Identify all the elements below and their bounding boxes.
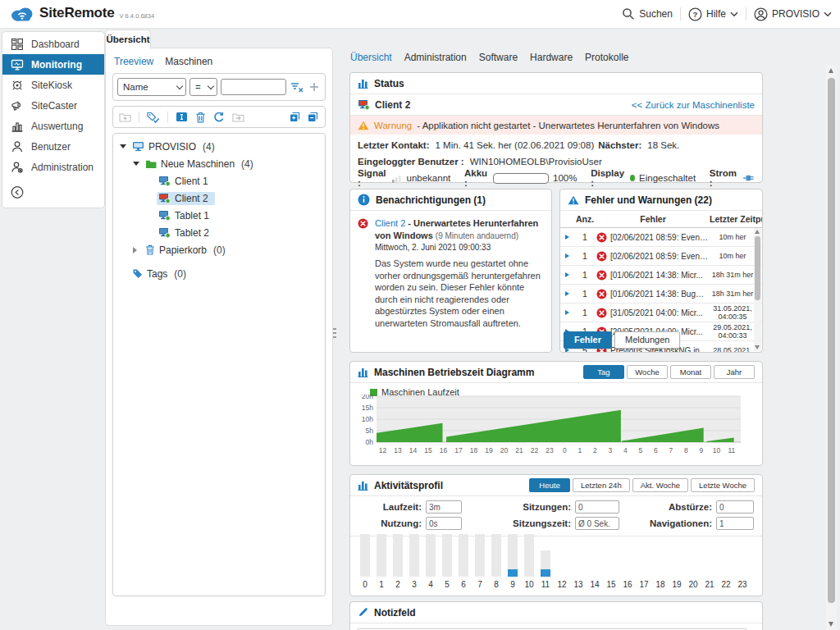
error-row[interactable]: 1[02/06/2021 08:59: Event...10m her — [560, 228, 762, 247]
tree-node-label: Neue Maschinen — [161, 158, 235, 170]
tree-node-papierkorb[interactable]: Papierkorb(0) — [113, 241, 325, 258]
activity-field-input[interactable] — [716, 500, 754, 514]
svg-text:21: 21 — [515, 446, 523, 454]
expand-row-icon[interactable] — [565, 235, 569, 240]
error-row[interactable]: 1[01/06/2021 14:38: Micr...18h 31m her — [560, 266, 762, 285]
scroll-down-icon[interactable] — [755, 345, 760, 349]
tree-view-treeview[interactable]: Treeview — [114, 56, 153, 67]
uptime-range-jahr[interactable]: Jahr — [714, 365, 755, 379]
expand-row-icon[interactable] — [565, 253, 569, 258]
filter-operator-select[interactable]: = — [189, 78, 217, 96]
main-scrollbar[interactable] — [826, 65, 837, 630]
error-row[interactable]: 1[31/05/2021 04:00: Micr...31.05.2021, 0… — [560, 304, 762, 322]
clear-filter-icon[interactable] — [290, 82, 304, 93]
help-menu[interactable]: ? Hilfe — [688, 7, 738, 21]
sidebar-item-benutzer[interactable]: Benutzer — [2, 136, 104, 157]
notification-machine-link[interactable]: Client 2 — [375, 218, 405, 228]
fehler-filter-button[interactable]: Fehler — [564, 331, 612, 349]
tree-view-maschinen[interactable]: Maschinen — [165, 56, 212, 67]
activity-range-letzte-woche[interactable]: Letzte Woche — [691, 478, 755, 492]
expand-row-icon[interactable] — [565, 272, 569, 277]
search-button[interactable]: Suchen — [622, 7, 673, 21]
sidebar-collapse-button[interactable] — [2, 182, 104, 203]
sidebar-item-administration[interactable]: Administration — [2, 157, 104, 177]
splitter-handle[interactable] — [333, 328, 336, 338]
activity-bar-slot: 7 — [472, 534, 488, 589]
sidebar-item-monitoring[interactable]: Monitoring — [2, 54, 104, 75]
expand-all-icon[interactable] — [289, 111, 301, 123]
activity-field-input[interactable] — [575, 500, 619, 514]
tab-hardware[interactable]: Hardware — [530, 52, 573, 63]
machine-error-icon — [158, 193, 171, 203]
scroll-down-icon[interactable] — [829, 622, 833, 627]
tree-node-tablet-2[interactable]: Tablet 2 — [113, 224, 325, 241]
tab-software[interactable]: Software — [479, 52, 518, 63]
tree-node-tags[interactable]: Tags(0) — [113, 265, 325, 282]
activity-field-input[interactable] — [426, 517, 462, 530]
sidebar-item-auswertung[interactable]: Auswertung — [2, 116, 104, 136]
tab-protokolle[interactable]: Protokolle — [585, 52, 628, 63]
activity-range-akt-woche[interactable]: Akt. Woche — [632, 478, 688, 492]
svg-text:16: 16 — [440, 446, 448, 454]
expand-row-icon[interactable] — [565, 291, 569, 296]
scrollbar-thumb[interactable] — [828, 78, 835, 603]
activity-bar — [672, 534, 682, 577]
error-row[interactable]: 1[02/06/2021 08:59: Event...10m her — [560, 247, 762, 266]
activity-range-letzten-24h[interactable]: Letzten 24h — [573, 478, 630, 492]
tab-ubersicht[interactable]: Übersicht — [350, 52, 392, 63]
battery-value: 100% — [553, 173, 577, 183]
tree-node-neue-maschinen[interactable]: Neue Maschinen(4) — [113, 155, 325, 172]
filter-input[interactable] — [221, 79, 286, 95]
uptime-range-monat[interactable]: Monat — [670, 365, 711, 379]
tree-panel-tab[interactable]: Übersicht — [105, 30, 151, 49]
sidebar-item-sitecaster[interactable]: SiteCaster — [2, 95, 104, 116]
activity-bar — [721, 534, 731, 577]
activity-hour-label: 7 — [477, 580, 482, 589]
sidebar-item-dashboard[interactable]: Dashboard — [2, 34, 104, 54]
back-to-machine-list-link[interactable]: << Zurück zur Maschinenliste — [632, 100, 755, 110]
error-icon — [596, 251, 607, 262]
collapse-arrow-icon[interactable] — [133, 160, 141, 168]
activity-field-input[interactable] — [716, 517, 754, 530]
scroll-up-icon[interactable] — [755, 230, 760, 234]
error-row[interactable]: 1[01/06/2021 14:38: BugC...18h 31m her — [560, 285, 762, 304]
activity-hour-label: 5 — [445, 580, 450, 589]
account-menu[interactable]: PROVISIO — [754, 7, 832, 21]
activity-bar-slot: 2 — [390, 534, 406, 589]
activity-field-input[interactable] — [426, 500, 462, 514]
activity-field-input[interactable] — [575, 517, 619, 530]
activity-hour-label: 0 — [363, 580, 368, 589]
collapse-arrow-icon[interactable] — [120, 143, 128, 151]
expand-row-icon[interactable] — [565, 310, 569, 315]
tree-node-tablet-1[interactable]: Tablet 1 — [113, 207, 325, 224]
sidebar-item-sitekiosk[interactable]: SiteKiosk — [2, 75, 104, 95]
uptime-range-woche[interactable]: Woche — [627, 365, 668, 379]
refresh-icon[interactable] — [213, 112, 225, 123]
assign-tag-icon[interactable] — [147, 112, 160, 123]
svg-text:?: ? — [693, 10, 698, 19]
meldungen-filter-button[interactable]: Meldungen — [614, 331, 680, 349]
rename-icon[interactable] — [176, 112, 188, 122]
tree-node-provisio[interactable]: PROVISIO(4) — [113, 138, 325, 155]
display-value: Eingeschaltet — [639, 173, 696, 183]
filter-field-select[interactable]: Name — [117, 78, 186, 96]
tree-node-client-1[interactable]: Client 1 — [113, 172, 325, 189]
delete-icon[interactable] — [195, 112, 206, 123]
machine-error-icon — [358, 99, 370, 110]
errors-header: Fehler und Warnungen (22) — [560, 189, 762, 211]
activity-range-heute[interactable]: Heute — [529, 478, 570, 492]
errors-table-scrollbar[interactable] — [754, 228, 761, 351]
uptime-range-tag[interactable]: Tag — [583, 365, 624, 379]
expand-arrow-icon[interactable] — [133, 246, 141, 254]
collapse-all-icon[interactable] — [307, 111, 319, 123]
tree-node-client-2[interactable]: Client 2 — [113, 189, 325, 207]
scroll-up-icon[interactable] — [829, 68, 833, 73]
error-count: 1 — [573, 289, 596, 299]
activity-bar — [524, 534, 534, 577]
tab-administration[interactable]: Administration — [404, 52, 467, 63]
errors-col-time: Letzter Zeitpunkt — [710, 214, 762, 224]
error-text: [02/06/2021 08:59: Event... — [610, 233, 708, 242]
tree-node-label: Papierkorb — [159, 244, 207, 256]
scrollbar-thumb[interactable] — [755, 236, 760, 300]
add-filter-icon[interactable] — [307, 82, 321, 92]
